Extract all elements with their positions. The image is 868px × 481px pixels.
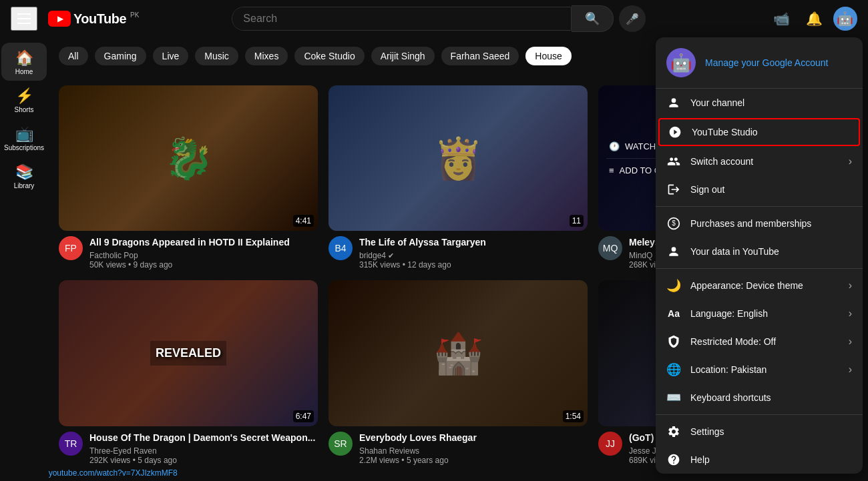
hamburger-button[interactable] xyxy=(11,7,37,31)
settings-icon xyxy=(666,424,681,439)
restricted-mode-arrow: › xyxy=(849,336,852,348)
video-info-1: All 9 Dragons Appeared in HOTD II Explai… xyxy=(89,236,318,270)
chip-live[interactable]: Live xyxy=(153,47,189,65)
menu-label-language: Language: English xyxy=(690,308,768,319)
location-arrow: › xyxy=(849,364,852,376)
menu-item-your-channel[interactable]: Your channel xyxy=(656,89,863,117)
your-channel-icon xyxy=(666,95,681,110)
create-button[interactable]: 📹 xyxy=(768,5,795,32)
menu-label-purchases: Purchases and memberships xyxy=(690,218,811,229)
chip-music[interactable]: Music xyxy=(195,47,238,65)
sidebar-label-home: Home xyxy=(15,68,33,75)
sidebar-item-home[interactable]: 🏠 Home xyxy=(1,43,47,81)
menu-label-location: Location: Pakistan xyxy=(690,364,767,375)
duration-1: 4:41 xyxy=(293,215,314,227)
avatar-5: SR xyxy=(329,432,353,456)
your-data-icon xyxy=(666,244,681,259)
menu-item-purchases[interactable]: $ Purchases and memberships xyxy=(656,209,863,237)
menu-label-your-channel: Your channel xyxy=(690,97,744,108)
language-arrow: › xyxy=(849,308,852,320)
video-card-5[interactable]: 🏰 1:54 SR Everybody Loves Rhaegar Shahan… xyxy=(329,280,588,464)
menu-item-location[interactable]: 🌐 Location: Pakistan › xyxy=(656,356,863,384)
account-avatar: 🤖 xyxy=(666,48,696,77)
video-card-2[interactable]: 👸 11 B4 The Life of Alyssa Targaryen bri… xyxy=(329,85,588,270)
video-stats-2: 315K views • 12 days ago xyxy=(359,260,588,270)
logo-badge: PK xyxy=(130,11,139,19)
sidebar-label-shorts: Shorts xyxy=(15,106,34,113)
duration-2: 11 xyxy=(570,215,584,227)
chip-farhan-saeed[interactable]: Farhan Saeed xyxy=(441,47,519,65)
switch-account-icon xyxy=(666,154,681,169)
menu-item-youtube-studio[interactable]: YouTube Studio xyxy=(658,118,860,146)
sidebar-item-library[interactable]: 📚 Library xyxy=(1,157,47,195)
menu-item-switch-account[interactable]: Switch account › xyxy=(656,147,863,175)
nav-left: YouTube PK xyxy=(11,7,171,31)
video-info-5: Everybody Loves Rhaegar Shahan Reviews 2… xyxy=(359,432,588,465)
chip-house[interactable]: House xyxy=(525,47,571,65)
menu-divider-3 xyxy=(656,414,863,415)
video-title-4: House Of The Dragon | Daemon's Secret We… xyxy=(89,432,318,444)
menu-label-restricted-mode: Restricted Mode: Off xyxy=(690,336,776,347)
channel-name-1: Factholic Pop xyxy=(89,251,318,260)
thumbnail-4: REVEALED 6:47 xyxy=(59,280,318,426)
thumbnail-5: 🏰 1:54 xyxy=(329,280,588,426)
sidebar-label-library: Library xyxy=(14,182,35,189)
sidebar-item-subscriptions[interactable]: 📺 Subscriptions xyxy=(1,119,47,157)
menu-divider-1 xyxy=(656,206,863,207)
video-stats-4: 292K views • 5 days ago xyxy=(89,456,318,465)
location-icon: 🌐 xyxy=(666,362,681,377)
notifications-button[interactable]: 🔔 xyxy=(801,5,828,32)
search-input[interactable] xyxy=(232,7,571,30)
menu-divider-2 xyxy=(656,268,863,269)
duration-4: 6:47 xyxy=(293,410,314,422)
manage-google-account-link[interactable]: Manage your Google Account xyxy=(705,57,828,68)
appearance-arrow: › xyxy=(849,280,852,292)
channel-name-2: bridge4 ✔ xyxy=(359,251,588,260)
avatar-2: B4 xyxy=(329,236,353,260)
youtube-logo-icon xyxy=(48,11,71,27)
nav-right: 📹 🔔 🤖 xyxy=(768,5,857,32)
avatar-3: MQ xyxy=(598,236,622,260)
chip-arijit-singh[interactable]: Arijit Singh xyxy=(371,47,435,65)
video-meta-1: FP All 9 Dragons Appeared in HOTD II Exp… xyxy=(59,236,318,270)
menu-item-settings[interactable]: Settings xyxy=(656,418,863,446)
language-icon: Aa xyxy=(666,306,681,321)
menu-item-keyboard[interactable]: ⌨️ Keyboard shortcuts xyxy=(656,384,863,412)
video-card-1[interactable]: 🐉 4:41 FP All 9 Dragons Appeared in HOTD… xyxy=(59,85,318,270)
menu-label-switch-account: Switch account xyxy=(690,156,753,167)
menu-item-restricted-mode[interactable]: Restricted Mode: Off › xyxy=(656,328,863,356)
menu-item-help[interactable]: Help xyxy=(656,446,863,474)
video-stats-1: 50K views • 9 days ago xyxy=(89,260,318,270)
menu-item-appearance[interactable]: 🌙 Appearance: Device theme › xyxy=(656,272,863,300)
chip-gaming[interactable]: Gaming xyxy=(95,47,146,65)
library-icon: 📚 xyxy=(15,165,33,179)
video-info-2: The Life of Alyssa Targaryen bridge4 ✔ 3… xyxy=(359,236,588,270)
channel-name-5: Shahan Reviews xyxy=(359,446,588,456)
search-input-wrap xyxy=(232,7,572,31)
thumbnail-2: 👸 11 xyxy=(329,85,588,231)
purchases-icon: $ xyxy=(666,216,681,231)
account-header: 🤖 Manage your Google Account xyxy=(656,37,863,89)
add-queue-icon: ≡ xyxy=(609,165,614,175)
chip-coke-studio[interactable]: Coke Studio xyxy=(294,47,364,65)
menu-item-your-data[interactable]: Your data in YouTube xyxy=(656,237,863,266)
video-meta-4: TR House Of The Dragon | Daemon's Secret… xyxy=(59,432,318,465)
switch-account-arrow: › xyxy=(849,155,852,167)
avatar-6: JJ xyxy=(598,432,622,456)
watch-later-icon: 🕐 xyxy=(609,141,620,151)
menu-item-sign-out[interactable]: Sign out xyxy=(656,175,863,203)
menu-item-language[interactable]: Aa Language: English › xyxy=(656,300,863,328)
search-button[interactable]: 🔍 xyxy=(572,5,614,32)
svg-point-3 xyxy=(672,247,676,252)
chip-mixes[interactable]: Mixes xyxy=(245,47,288,65)
menu-label-settings: Settings xyxy=(690,426,724,437)
account-avatar-button[interactable]: 🤖 xyxy=(833,7,857,31)
thumbnail-1: 🐉 4:41 xyxy=(59,85,318,231)
mic-button[interactable]: 🎤 xyxy=(619,5,646,32)
sidebar-label-subscriptions: Subscriptions xyxy=(4,144,44,151)
sidebar-item-shorts[interactable]: ⚡ Shorts xyxy=(1,81,47,119)
keyboard-icon: ⌨️ xyxy=(666,390,681,405)
logo[interactable]: YouTube PK xyxy=(48,11,139,27)
chip-all[interactable]: All xyxy=(59,47,88,65)
video-card-4[interactable]: REVEALED 6:47 TR House Of The Dragon | D… xyxy=(59,280,318,464)
